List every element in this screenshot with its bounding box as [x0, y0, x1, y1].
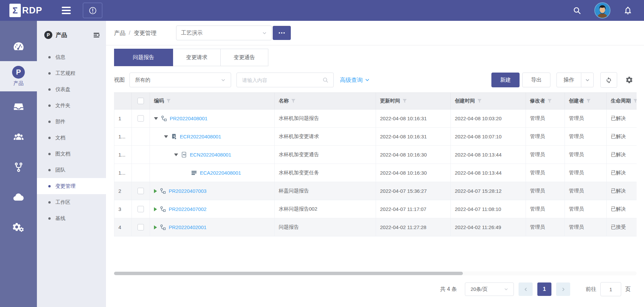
code-cell: ECR20220408001 [150, 128, 275, 146]
panel-collapse-button[interactable] [93, 32, 100, 39]
operate-split-button: 操作 [556, 73, 594, 87]
main-content: 产品 / 变更管理 工艺演示 问题报告变更请求变更通告 视图 所有的 [106, 21, 644, 307]
icon-rail: P产品 [0, 21, 37, 307]
row-checkbox[interactable] [138, 188, 144, 194]
code-link[interactable]: ECR20220408001 [180, 134, 221, 139]
rail-item-dashboard-gauge[interactable] [0, 31, 37, 61]
column-header-created[interactable]: 创建时间 [451, 93, 526, 109]
rail-item-team-users[interactable] [0, 122, 37, 152]
operate-caret-button[interactable] [581, 73, 593, 87]
created-cell: 2022-04-08 10:13:44 [451, 146, 526, 164]
code-link[interactable]: PR20220408001 [170, 116, 208, 121]
expand-toggle-expanded[interactable] [154, 117, 158, 120]
prev-page-button[interactable] [519, 282, 533, 296]
filter-icon[interactable] [586, 99, 591, 103]
column-header-name[interactable]: 名称 [275, 93, 376, 109]
expand-toggle-expanded[interactable] [164, 135, 168, 138]
row-checkbox[interactable] [138, 115, 144, 122]
panel-menu: 信息工艺规程仪表盘文件夹部件文档图文档团队变更管理工作区基线 [37, 49, 106, 226]
panel-item-8[interactable]: 变更管理 [37, 178, 106, 194]
menu-toggle-icon[interactable] [62, 7, 71, 14]
rail-item-cloud[interactable] [0, 182, 37, 212]
more-actions-button[interactable] [273, 26, 291, 40]
column-header-modifier[interactable]: 修改者 [526, 93, 565, 109]
panel-item-10[interactable]: 基线 [37, 210, 106, 226]
row-checkbox[interactable] [138, 224, 144, 230]
rail-item-inbox-tray[interactable] [0, 91, 37, 122]
panel-item-0[interactable]: 信息 [37, 49, 106, 65]
advanced-query-link[interactable]: 高级查询 [340, 76, 370, 84]
filter-icon[interactable] [547, 99, 552, 103]
row-select-cell [132, 182, 150, 200]
scrollbar-thumb[interactable] [114, 272, 463, 275]
context-select[interactable]: 工艺演示 [176, 26, 272, 40]
panel-item-4[interactable]: 部件 [37, 114, 106, 130]
code-link[interactable]: PR20220407003 [169, 188, 207, 194]
breadcrumb-parent[interactable]: 产品 [114, 29, 125, 37]
page-size-select[interactable]: 20条/页 [465, 282, 514, 296]
select-all-checkbox[interactable] [138, 98, 144, 104]
search-button[interactable] [573, 6, 582, 15]
code-link[interactable]: PR20220407002 [169, 206, 207, 212]
panel-item-3[interactable]: 文件夹 [37, 97, 106, 114]
view-label: 视图 [114, 77, 125, 84]
search-input[interactable] [241, 77, 322, 83]
view-select-value: 所有的 [135, 77, 150, 83]
expand-toggle-collapsed[interactable] [154, 189, 157, 193]
filter-icon[interactable] [477, 99, 482, 103]
column-label: 名称 [279, 98, 289, 104]
create-button[interactable]: 新建 [491, 73, 520, 87]
creator-cell: 管理员 [565, 128, 607, 146]
collapse-menu-icon [93, 32, 100, 39]
row-number: 1... [114, 128, 132, 146]
filter-icon[interactable] [402, 99, 407, 103]
column-header-updated[interactable]: 更新时间 [376, 93, 451, 109]
code-link[interactable]: ECN20220408001 [190, 152, 231, 158]
updated-cell: 2022-04-08 10:16:31 [376, 128, 451, 146]
filter-icon[interactable] [633, 99, 637, 103]
info-button[interactable] [83, 3, 102, 18]
tab-1[interactable]: 变更请求 [173, 49, 221, 66]
chevron-right-icon [561, 287, 566, 292]
tab-2[interactable]: 变更通告 [221, 49, 268, 66]
panel-item-1[interactable]: 工艺规程 [37, 65, 106, 81]
product-badge-icon: P [44, 31, 52, 39]
next-page-button[interactable] [556, 282, 570, 296]
rail-item-gears[interactable] [0, 212, 37, 243]
refresh-button[interactable] [600, 72, 617, 88]
panel-item-2[interactable]: 仪表盘 [37, 81, 106, 97]
goto-page-input[interactable] [600, 282, 621, 296]
user-avatar[interactable] [594, 2, 610, 18]
export-button[interactable]: 导出 [522, 73, 550, 87]
tab-0[interactable]: 问题报告 [114, 49, 173, 66]
notifications-button[interactable] [623, 6, 633, 15]
column-header-creator[interactable]: 创建者 [565, 93, 607, 109]
creator-cell: 管理员 [565, 164, 607, 182]
search-icon[interactable] [322, 77, 329, 83]
row-checkbox[interactable] [138, 206, 144, 212]
filter-icon[interactable] [291, 99, 296, 103]
app-logo[interactable]: Σ RDP [0, 4, 53, 17]
rail-item-branch[interactable] [0, 152, 37, 182]
horizontal-scrollbar [114, 271, 637, 275]
expand-toggle-collapsed[interactable] [154, 207, 157, 211]
expand-toggle-collapsed[interactable] [154, 225, 157, 229]
panel-item-9[interactable]: 工作区 [37, 194, 106, 210]
column-header-lifecycle[interactable]: 生命周期 [607, 93, 637, 109]
code-link[interactable]: PR20220402001 [169, 224, 207, 230]
code-link[interactable]: ECA20220408001 [200, 170, 241, 176]
settings-button[interactable] [622, 73, 637, 87]
page-number-current[interactable]: 1 [537, 282, 551, 296]
panel-item-7[interactable]: 团队 [37, 162, 106, 178]
code-cell: ECN20220408001 [150, 146, 275, 164]
filter-icon[interactable] [166, 99, 171, 103]
expand-toggle-expanded[interactable] [174, 154, 178, 156]
panel-item-6[interactable]: 图文档 [37, 146, 106, 162]
rail-item-product-p[interactable]: P产品 [0, 61, 37, 91]
rail-item-label: 产品 [13, 80, 23, 87]
panel-item-5[interactable]: 文档 [37, 130, 106, 146]
operate-button[interactable]: 操作 [557, 73, 581, 87]
column-header-code[interactable]: 编码 [150, 93, 275, 109]
view-select[interactable]: 所有的 [129, 73, 231, 87]
name-cell: 水杯问题报告002 [275, 200, 376, 218]
